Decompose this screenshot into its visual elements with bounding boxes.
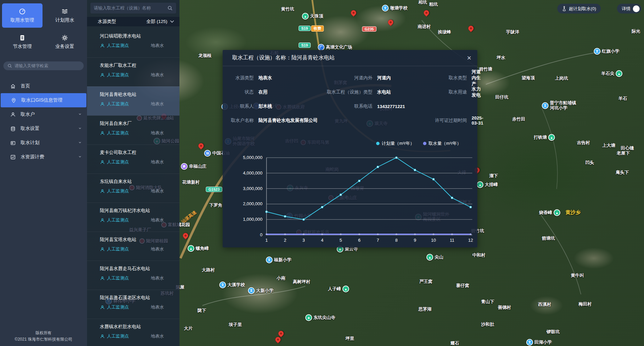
- map-label[interactable]: 黄竹坑: [281, 7, 294, 12]
- legend-item[interactable]: 取水量（m³/年）: [423, 140, 461, 147]
- detail-toggle[interactable]: 详情: [617, 4, 641, 14]
- map-label[interactable]: 田仔坑: [495, 95, 508, 100]
- map-marker-pin[interactable]: [387, 19, 395, 26]
- map-label[interactable]: 下罗角: [209, 203, 222, 208]
- map-label[interactable]: 相坑: [418, 0, 427, 5]
- map-label[interactable]: 严王窝: [419, 279, 432, 284]
- map-label[interactable]: 赤竹田: [512, 117, 525, 122]
- map-label[interactable]: 梅田村: [579, 302, 592, 307]
- chevron-down-icon[interactable]: [170, 20, 174, 23]
- map-marker-pin[interactable]: [182, 232, 190, 240]
- map-marker-pin[interactable]: [350, 9, 358, 17]
- map-label[interactable]: 溜下: [489, 174, 498, 179]
- station-list-item[interactable]: 陆河县南万镇杞洋水电站人工监测点地表水: [87, 203, 179, 232]
- map-label[interactable]: 箭塘坑: [542, 236, 555, 241]
- map-label[interactable]: 思茅湖: [418, 307, 431, 312]
- map-label[interactable]: 吉告村: [577, 140, 590, 145]
- map-label[interactable]: 坝子里: [229, 322, 242, 327]
- search-icon[interactable]: [167, 5, 173, 11]
- map-label[interactable]: 凹头: [585, 160, 594, 165]
- filter-value[interactable]: 全部 (125): [146, 19, 167, 25]
- map-label[interactable]: 芋陂洋: [506, 30, 519, 35]
- map-label[interactable]: 善德村: [498, 305, 511, 310]
- over-plan-water-button[interactable]: 超计划取水(0): [557, 4, 601, 14]
- app-tile-1[interactable]: 取用水管理: [2, 3, 43, 28]
- map-label[interactable]: ▲螺角嶂: [188, 245, 209, 252]
- map-label[interactable]: 上岗坑: [555, 76, 568, 81]
- map-label[interactable]: 文福新小学: [266, 257, 291, 263]
- map-label[interactable]: 青山下: [481, 299, 494, 304]
- station-list-item[interactable]: 东坑镇自来水站人工监测点地表水: [87, 174, 179, 203]
- station-list-item[interactable]: 河口镇唱歌潭水电站人工监测点地表水: [87, 28, 179, 57]
- sidebar-item-3[interactable]: 取水户: [0, 107, 87, 122]
- map-label[interactable]: 羊石尖▲: [601, 70, 622, 77]
- map-label[interactable]: 南进村: [418, 24, 431, 29]
- station-list-item[interactable]: 友能水厂取水工程人工监测点地表水: [87, 57, 179, 86]
- sidebar-item-4[interactable]: 取水设置: [0, 122, 87, 136]
- map-marker-pin[interactable]: [197, 142, 205, 150]
- map-marker-pin[interactable]: [467, 25, 475, 32]
- keyword-search-input[interactable]: 请输入关键字检索: [3, 61, 84, 70]
- map-label[interactable]: 黄沙乡: [565, 209, 581, 215]
- map-label[interactable]: 际光: [632, 29, 640, 34]
- map-marker-pin[interactable]: [423, 9, 430, 17]
- sidebar-item-6[interactable]: 水资源计费: [0, 150, 87, 164]
- station-list-item[interactable]: 陆河县水唇走马石水电站人工监测点地表水: [87, 261, 179, 290]
- map-label[interactable]: 打铁塘▲: [534, 134, 555, 141]
- map-label[interactable]: 陇下: [197, 308, 206, 313]
- sidebar-item-1[interactable]: 首页: [0, 79, 87, 93]
- map-label[interactable]: S19: [299, 43, 311, 48]
- station-list-item[interactable]: 陆河县自来水厂人工监测点地表水: [87, 115, 179, 144]
- map-label[interactable]: G1523: [206, 187, 222, 192]
- map-label[interactable]: 娱幸福山庄: [181, 163, 206, 170]
- map-label[interactable]: 粗坑: [429, 2, 438, 7]
- station-list-item[interactable]: 麦卡公司取水工程人工监测点地表水: [87, 144, 179, 174]
- station-list-item[interactable]: 陆河县青砼水电站人工监测点地表水: [87, 86, 179, 115]
- map-label[interactable]: 黄牛叫: [571, 273, 584, 278]
- app-tile-4[interactable]: 业务设置: [45, 30, 85, 54]
- map-label[interactable]: 文墩塘学校: [382, 5, 408, 11]
- map-label[interactable]: 挨垅蜂: [438, 30, 451, 35]
- map-label[interactable]: ♣东坑尖山寺: [305, 314, 335, 321]
- map-label[interactable]: 高树坪村: [293, 280, 310, 285]
- map-label[interactable]: 文普宁市船埔镇河坑小学: [542, 101, 576, 111]
- map-label[interactable]: ▲大排嶂: [477, 181, 498, 188]
- map-label[interactable]: 上大塘: [602, 143, 615, 148]
- map-label[interactable]: 小南: [277, 276, 285, 281]
- map-label[interactable]: ▲天珠顶: [302, 13, 323, 20]
- station-list-item[interactable]: 陆河县宝塔水电站人工监测点地表水: [87, 232, 179, 261]
- map-label[interactable]: 西溪村: [538, 302, 551, 307]
- map-label[interactable]: 大路村: [202, 268, 215, 273]
- map-label[interactable]: 中和村: [472, 253, 485, 258]
- map-label[interactable]: 烧香嶂▲: [539, 209, 560, 216]
- map-label[interactable]: 广高塘文化广场: [318, 44, 352, 51]
- map-label[interactable]: 文大溪学校: [219, 282, 245, 288]
- station-list-item[interactable]: 水唇镇水栏肚水电站人工监测点地表水: [87, 319, 179, 346]
- map-label[interactable]: 庵头下: [616, 170, 629, 175]
- toggle-knob[interactable]: [633, 5, 640, 12]
- map-label[interactable]: ▲尖山: [426, 254, 443, 261]
- map-label[interactable]: 沙和肚: [481, 322, 494, 327]
- map-label[interactable]: 大片: [184, 326, 193, 331]
- map-label[interactable]: 文田湖小学: [526, 339, 552, 346]
- map-label[interactable]: 坪水: [497, 55, 505, 60]
- map-marker-pin[interactable]: [277, 330, 285, 338]
- map-label[interactable]: 坪里: [345, 336, 354, 341]
- map-label[interactable]: 望海顶: [522, 76, 535, 81]
- app-tile-2[interactable]: 计划用水: [45, 3, 85, 28]
- map-label[interactable]: 文红旗小学: [594, 48, 619, 55]
- map-label[interactable]: 花塘新村: [182, 180, 200, 185]
- map-label[interactable]: 人子嶂▲: [328, 286, 349, 292]
- sidebar-item-2[interactable]: 取水口GIS信息管理: [1, 93, 86, 107]
- map-label[interactable]: 羊石: [618, 96, 627, 101]
- map-label[interactable]: 老屋下: [617, 151, 630, 156]
- source-type-filter[interactable]: 水源类型 全部 (125): [87, 17, 179, 26]
- map-label[interactable]: S19: [299, 26, 311, 31]
- station-list-item[interactable]: 陆河县激石溪老区水电站人工监测点地表水: [87, 290, 179, 319]
- app-tile-3[interactable]: 节水管理: [2, 30, 43, 54]
- map-label[interactable]: 龙颈根: [198, 53, 212, 58]
- map-label[interactable]: G235: [362, 26, 376, 32]
- map-label[interactable]: 文大新小学: [248, 287, 274, 294]
- legend-item[interactable]: 计划量（m³/年）: [376, 140, 414, 147]
- map-label[interactable]: 耀石: [450, 341, 459, 346]
